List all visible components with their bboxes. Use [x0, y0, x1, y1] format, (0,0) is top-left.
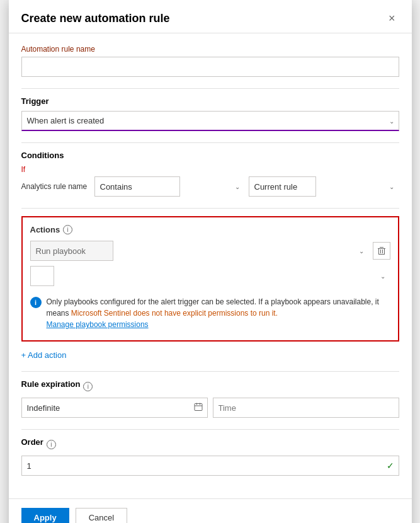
playbook-select-wrapper: ⌄: [30, 266, 390, 286]
actions-box: Actions i Run playbook Assign owner Chan…: [21, 216, 399, 342]
info-blue-icon: i: [30, 297, 42, 308]
delete-icon: [377, 246, 386, 255]
trigger-select-wrapper: When alert is created When incident is c…: [21, 111, 399, 131]
check-icon: ✓: [387, 461, 394, 471]
divider-2: [21, 142, 399, 143]
dialog-title: Create new automation rule: [21, 12, 170, 25]
condition-value-chevron: ⌄: [389, 183, 394, 190]
svg-rect-0: [378, 248, 385, 249]
automation-rule-name-group: Automation rule name: [21, 45, 399, 77]
automation-rule-name-input[interactable]: [21, 57, 399, 77]
info-text: Only playbooks configured for the alert …: [47, 296, 390, 330]
action-type-select[interactable]: Run playbook Assign owner Change status …: [30, 241, 113, 261]
playbook-chevron: ⌄: [380, 273, 385, 280]
action-type-select-wrapper: Run playbook Assign owner Change status …: [30, 241, 369, 261]
info-text-orange: Microsoft Sentinel does not have explici…: [71, 309, 278, 318]
expiration-time-wrapper: [213, 398, 399, 418]
condition-field-label: Analytics rule name: [21, 182, 91, 191]
rule-expiration-label: Rule expiration: [21, 379, 81, 389]
svg-rect-2: [378, 249, 379, 255]
condition-value-wrapper: Current rule ⌄: [249, 176, 399, 197]
svg-rect-3: [384, 249, 385, 255]
dialog-footer: Apply Cancel: [9, 498, 412, 523]
automation-rule-name-label: Automation rule name: [21, 45, 399, 54]
add-action-button[interactable]: + Add action: [21, 350, 67, 360]
trigger-group: Trigger When alert is created When incid…: [21, 96, 399, 131]
svg-rect-4: [378, 254, 385, 255]
order-label: Order: [21, 437, 43, 447]
close-button[interactable]: ×: [385, 11, 399, 25]
calendar-icon-button[interactable]: [194, 403, 203, 413]
condition-operator-chevron: ⌄: [235, 183, 240, 190]
order-input[interactable]: 1: [21, 456, 399, 476]
expiration-row: Indefinite: [21, 398, 399, 418]
divider-3: [21, 208, 399, 209]
rule-expiration-group: Rule expiration i Indefinite: [21, 379, 399, 418]
condition-operator-select[interactable]: Contains Does not contain Equals Does no…: [94, 176, 180, 197]
if-label: If: [21, 165, 399, 174]
svg-rect-1: [380, 247, 383, 248]
manage-playbook-permissions-link[interactable]: Manage playbook permissions: [47, 320, 149, 329]
expiration-value-input[interactable]: Indefinite: [21, 398, 208, 418]
calendar-icon: [194, 403, 203, 411]
divider-1: [21, 88, 399, 89]
condition-value-select[interactable]: Current rule: [249, 176, 316, 197]
order-input-wrapper: 1 ✓: [21, 456, 399, 476]
svg-rect-7: [195, 404, 202, 411]
condition-row: Analytics rule name Contains Does not co…: [21, 176, 399, 197]
actions-header: Actions i: [30, 225, 390, 234]
delete-action-button[interactable]: [373, 242, 390, 260]
conditions-section: Conditions If Analytics rule name Contai…: [21, 151, 399, 197]
info-banner: i Only playbooks configured for the aler…: [30, 291, 390, 333]
divider-4: [21, 371, 399, 372]
svg-rect-5: [380, 250, 381, 253]
svg-rect-6: [382, 250, 383, 253]
actions-info-icon[interactable]: i: [63, 225, 72, 234]
svg-rect-10: [195, 406, 202, 406]
action-type-row: Run playbook Assign owner Change status …: [30, 241, 390, 261]
playbook-select[interactable]: [30, 266, 54, 286]
svg-rect-8: [196, 403, 197, 405]
order-group: Order i 1 ✓: [21, 437, 399, 476]
trigger-label: Trigger: [21, 96, 399, 106]
expiration-value-wrapper: Indefinite: [21, 398, 208, 418]
dialog-body: Automation rule name Trigger When alert …: [9, 33, 412, 498]
actions-title: Actions: [30, 225, 60, 234]
conditions-label: Conditions: [21, 151, 399, 160]
expiration-time-input[interactable]: [213, 398, 399, 418]
apply-button[interactable]: Apply: [21, 508, 69, 523]
divider-5: [21, 429, 399, 430]
create-automation-rule-dialog: Create new automation rule × Automation …: [9, 0, 412, 523]
playbook-row: ⌄: [30, 266, 390, 286]
order-info-icon[interactable]: i: [47, 440, 56, 449]
rule-expiration-info-icon[interactable]: i: [83, 382, 93, 391]
svg-rect-9: [200, 403, 200, 405]
trigger-select[interactable]: When alert is created When incident is c…: [21, 111, 399, 131]
cancel-button[interactable]: Cancel: [76, 508, 127, 523]
condition-operator-wrapper: Contains Does not contain Equals Does no…: [94, 176, 245, 197]
dialog-header: Create new automation rule ×: [9, 0, 412, 33]
action-type-chevron: ⌄: [359, 248, 364, 255]
